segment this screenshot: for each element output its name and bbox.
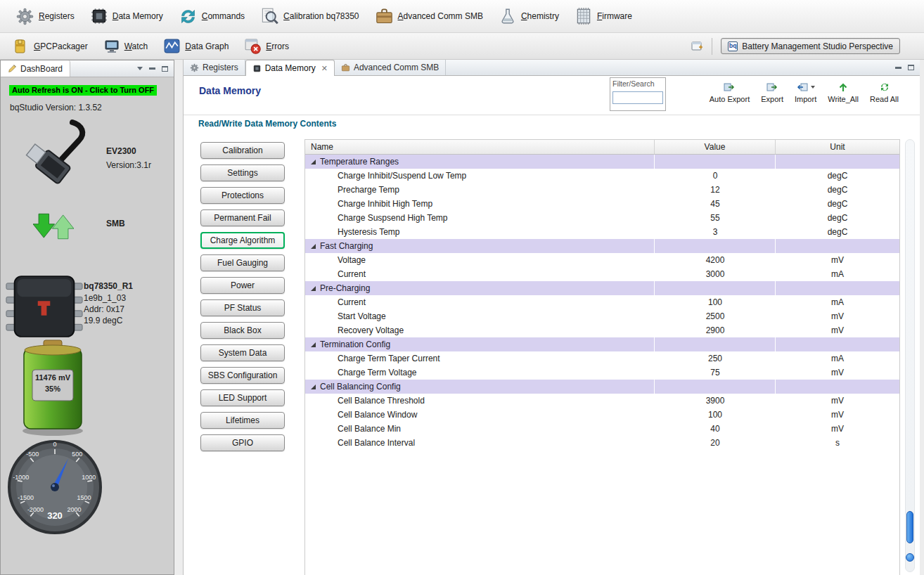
row-value[interactable]: 4200 <box>655 253 776 267</box>
tab-registers[interactable]: Registers <box>184 60 245 75</box>
category-system-data[interactable]: System Data <box>200 344 285 361</box>
table-row[interactable]: Cell Balance Window100mV <box>305 408 899 422</box>
table-row[interactable]: Precharge Temp12degC <box>305 183 899 197</box>
table-row[interactable]: Cell Balance Interval20s <box>305 436 899 450</box>
toolbar-commands[interactable]: Commands <box>173 5 250 28</box>
category-settings[interactable]: Settings <box>200 164 285 181</box>
category-gpio[interactable]: GPIO <box>200 434 285 451</box>
export-button[interactable]: Export <box>761 81 783 103</box>
toolbar-calibration[interactable]: Calibration bq78350 <box>255 5 364 28</box>
group-row[interactable]: Cell Balancing Config <box>305 380 899 394</box>
table-row[interactable]: Cell Balance Threshold3900mV <box>305 394 899 408</box>
toolbar-chemistry[interactable]: Chemistry <box>493 5 565 27</box>
tree-expanded-icon[interactable] <box>311 244 316 249</box>
maximize-icon[interactable] <box>908 65 914 70</box>
group-row[interactable]: Fast Charging <box>305 239 899 253</box>
group-row[interactable]: Pre-Charging <box>305 281 899 295</box>
group-row[interactable]: Temperature Ranges <box>305 155 899 169</box>
category-calibration[interactable]: Calibration <box>200 142 285 159</box>
scrollbar-thumb[interactable] <box>906 511 913 543</box>
row-value[interactable]: 12 <box>655 183 776 197</box>
chevron-down-icon[interactable] <box>811 86 815 89</box>
toolbar-registers[interactable]: Registers <box>10 5 80 28</box>
toolbar-watch-label: Watch <box>124 41 148 51</box>
table-row[interactable]: Charge Suspsend High Temp55degC <box>305 211 899 225</box>
tab-advanced-comm-smb[interactable]: Advanced Comm SMB <box>335 60 446 75</box>
table-row[interactable]: Current3000mA <box>305 267 899 281</box>
write-all-button[interactable]: Write_All <box>828 81 859 103</box>
view-menu-icon[interactable] <box>137 67 143 70</box>
adapter-version: Version:3.1r <box>106 160 151 170</box>
table-row[interactable]: Voltage4200mV <box>305 253 899 267</box>
table-row[interactable]: Charge Inhibit/Suspend Low Temp0degC <box>305 169 899 183</box>
read-all-button[interactable]: Read All <box>870 81 899 103</box>
table-row[interactable]: Charge Inhibit High Temp45degC <box>305 197 899 211</box>
category-charge-algorithm[interactable]: Charge Algorithm <box>200 232 285 249</box>
scrollbar-handle[interactable] <box>906 553 914 562</box>
tree-expanded-icon[interactable] <box>311 286 316 291</box>
row-name: Current <box>305 267 655 281</box>
category-pf-status[interactable]: PF Status <box>200 299 285 316</box>
vertical-scrollbar[interactable] <box>905 139 915 572</box>
table-row[interactable]: Charge Term Taper Current250mA <box>305 351 899 366</box>
toolbar-data-graph[interactable]: Data Graph <box>158 35 234 57</box>
row-value[interactable]: 55 <box>655 211 776 225</box>
table-row[interactable]: Charge Term Voltage75mV <box>305 366 899 380</box>
tree-expanded-icon[interactable] <box>311 385 316 389</box>
gauge-tick-label: 2000 <box>68 506 82 513</box>
toolbar-gpcpackager[interactable]: GPCPackager <box>7 36 94 57</box>
category-led-support[interactable]: LED Support <box>200 389 285 406</box>
row-value[interactable]: 3 <box>655 225 776 239</box>
table-row[interactable]: Cell Balance Min40mV <box>305 422 899 436</box>
category-permanent-fail[interactable]: Permanent Fail <box>200 209 285 226</box>
category-sbs-configuration[interactable]: SBS Configuration <box>200 367 285 384</box>
row-unit: mA <box>776 267 899 281</box>
import-button[interactable]: Import <box>795 81 816 103</box>
panel-sash[interactable] <box>174 60 183 575</box>
open-perspective-icon[interactable] <box>691 40 703 53</box>
auto-refresh-banner[interactable]: Auto Refresh is ON - Click to Turn OFF <box>9 85 157 96</box>
row-value[interactable]: 3000 <box>655 267 776 281</box>
row-value[interactable]: 2900 <box>655 323 776 337</box>
row-unit: mA <box>776 295 899 309</box>
row-value[interactable]: 100 <box>655 295 776 309</box>
filter-search-input[interactable] <box>612 91 663 104</box>
minimize-icon[interactable] <box>895 67 901 69</box>
toolbar-firmware[interactable]: Firmware <box>569 5 638 27</box>
toolbar-data-memory[interactable]: Data Memory <box>84 5 169 27</box>
group-row[interactable]: Termination Config <box>305 337 899 351</box>
row-value[interactable]: 0 <box>655 169 776 183</box>
category-black-box[interactable]: Black Box <box>200 322 285 339</box>
table-row[interactable]: Current100mA <box>305 295 899 309</box>
tree-expanded-icon[interactable] <box>311 342 316 347</box>
category-power[interactable]: Power <box>200 277 285 294</box>
tab-data-memory[interactable]: Data Memory ✕ <box>245 60 335 76</box>
toolbar-errors[interactable]: Errors <box>238 35 295 57</box>
table-row[interactable]: Hysteresis Temp3degC <box>305 225 899 239</box>
tab-dashboard[interactable]: DashBoard <box>1 60 70 77</box>
tree-expanded-icon[interactable] <box>311 160 316 164</box>
category-fuel-gauging[interactable]: Fuel Gauging <box>200 254 285 271</box>
auto-export-button[interactable]: Auto Export <box>710 81 750 103</box>
row-value[interactable]: 2500 <box>655 309 776 323</box>
toolbar-watch[interactable]: Watch <box>98 36 154 57</box>
close-tab-icon[interactable]: ✕ <box>321 64 328 73</box>
toolbar-advanced-comm[interactable]: Advanced Comm SMB <box>369 5 489 28</box>
row-value[interactable]: 100 <box>655 408 776 422</box>
table-row[interactable]: Recovery Voltage2900mV <box>305 323 899 337</box>
minimize-icon[interactable] <box>149 67 155 70</box>
row-value[interactable]: 45 <box>655 197 776 211</box>
row-value[interactable]: 3900 <box>655 394 776 408</box>
category-protections[interactable]: Protections <box>200 187 285 204</box>
row-value[interactable]: 40 <box>655 422 776 436</box>
maximize-icon[interactable] <box>162 66 168 72</box>
row-value[interactable]: 20 <box>655 436 776 450</box>
column-header-value[interactable]: Value <box>655 140 776 154</box>
column-header-unit[interactable]: Unit <box>776 140 899 154</box>
row-value[interactable]: 75 <box>655 366 776 380</box>
row-value[interactable]: 250 <box>655 351 776 366</box>
column-header-name[interactable]: Name <box>305 140 655 154</box>
table-row[interactable]: Start Voltage2500mV <box>305 309 899 323</box>
perspective-button[interactable]: bq Battery Management Studio Perspective <box>721 38 900 54</box>
category-lifetimes[interactable]: Lifetimes <box>200 412 285 429</box>
